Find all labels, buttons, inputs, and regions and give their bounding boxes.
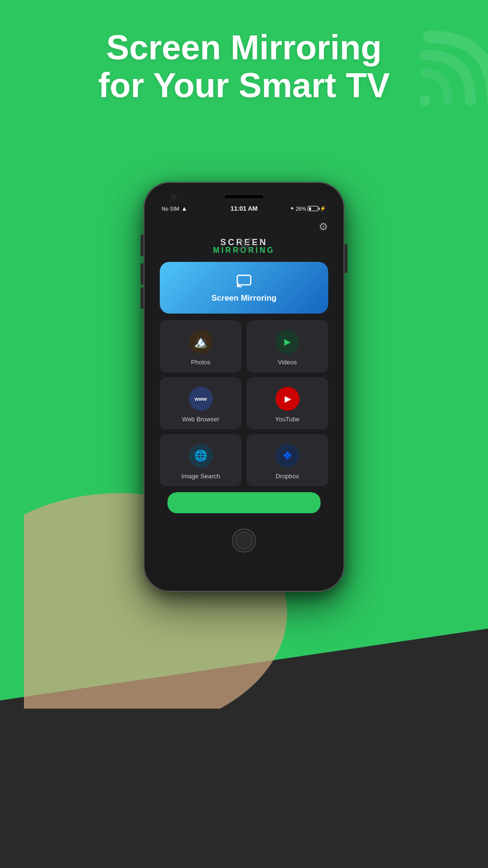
photos-label: Photos [191,359,210,366]
app-title: ✕ SCREEN MIRRORING [160,238,328,254]
wifi-icon: ▲ [181,205,188,212]
feature-videos[interactable]: ▶ Videos [246,320,328,372]
videos-label: Videos [278,359,297,366]
bottom-pill[interactable] [167,492,321,513]
image-search-label: Image Search [181,473,220,480]
headline: Screen Mirroring for Your Smart TV [0,29,488,104]
photos-icon-circle: 🏔️ [189,330,213,354]
battery-percent: 26% [296,206,306,212]
status-right: ✦ 26% ⚡ [290,205,326,212]
phone-outer: No SIM ▲ 11:01 AM ✦ 26% ⚡ [144,182,344,592]
svg-rect-2 [237,275,251,285]
web-icon-circle: www [189,387,213,411]
youtube-label: YouTube [275,416,299,423]
videos-icon: ▶ [284,337,291,347]
dropbox-icon-circle: ❖ [276,444,299,468]
feature-dropbox[interactable]: ❖ Dropbox [246,434,328,486]
time-label: 11:01 AM [231,205,258,212]
home-button[interactable] [232,529,256,552]
battery-icon [308,206,318,211]
home-button-area [152,523,336,556]
features-grid: 🏔️ Photos ▶ Videos [160,320,328,486]
feature-image-search[interactable]: 🌐 Image Search [160,434,242,486]
dropbox-icon: ❖ [282,449,293,462]
carrier-label: No SIM [162,206,179,212]
feature-youtube[interactable]: ▶ YouTube [246,377,328,429]
speaker-notch [225,195,263,198]
headline-line1: Screen Mirroring [106,28,382,67]
phone-device: No SIM ▲ 11:01 AM ✦ 26% ⚡ [110,182,378,592]
screen-mirror-label: Screen Mirroring [211,293,277,303]
screen-mirror-button[interactable]: Screen Mirroring [160,262,328,314]
dropbox-label: Dropbox [276,473,299,480]
status-bar: No SIM ▲ 11:01 AM ✦ 26% ⚡ [152,201,336,214]
youtube-icon-circle: ▶ [276,387,299,411]
feature-photos[interactable]: 🏔️ Photos [160,320,242,372]
web-icon: www [195,396,207,402]
front-camera [171,194,176,199]
phone-screen: No SIM ▲ 11:01 AM ✦ 26% ⚡ [152,191,336,583]
app-content: ⚙ ✕ SCREEN MIRRORING [152,214,336,523]
globe-icon-circle: 🌐 [189,444,213,468]
bluetooth-icon: ✦ [290,205,294,212]
svg-point-3 [237,285,239,287]
videos-icon-circle: ▶ [276,330,299,354]
home-button-inner [235,532,253,549]
photos-icon: 🏔️ [194,335,208,349]
charging-icon: ⚡ [320,205,326,212]
feature-web-browser[interactable]: www Web Browser [160,377,242,429]
cast-icon [235,272,253,290]
phone-frame: No SIM ▲ 11:01 AM ✦ 26% ⚡ [144,182,344,592]
settings-icon[interactable]: ⚙ [319,221,328,233]
globe-icon: 🌐 [194,450,207,462]
web-browser-label: Web Browser [182,416,220,423]
status-left: No SIM ▲ [162,205,188,212]
headline-line2: for Your Smart TV [98,66,389,104]
youtube-icon: ▶ [285,394,291,404]
